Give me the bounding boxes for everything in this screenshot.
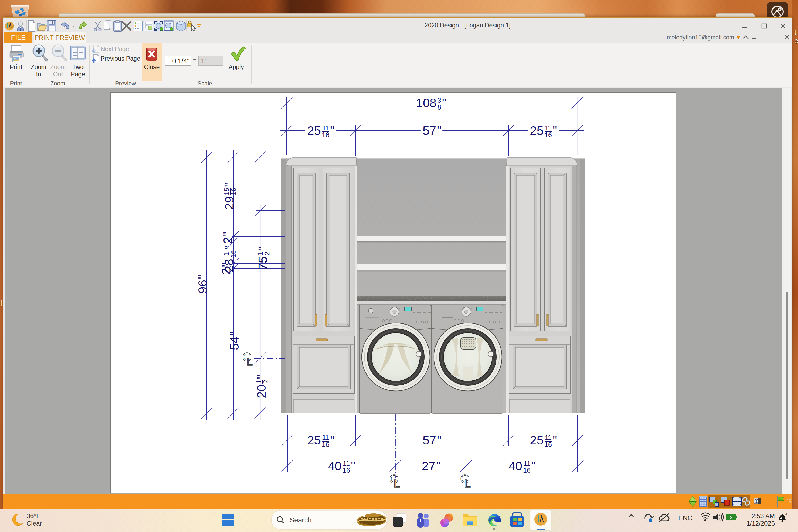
svg-text:": " xyxy=(436,459,440,473)
svg-text:": " xyxy=(351,459,355,473)
svg-text:": " xyxy=(553,124,557,137)
svg-text:2: 2 xyxy=(263,252,271,255)
svg-text:16: 16 xyxy=(230,250,237,258)
svg-text:16: 16 xyxy=(523,467,531,474)
svg-text:16: 16 xyxy=(230,188,237,195)
svg-text:L: L xyxy=(394,477,400,490)
svg-text:11: 11 xyxy=(545,434,552,441)
svg-text:Search: Search xyxy=(290,516,311,524)
svg-text:": " xyxy=(553,433,557,447)
svg-text:11: 11 xyxy=(545,124,552,132)
svg-text:25: 25 xyxy=(530,433,544,447)
svg-text:T: T xyxy=(419,518,422,523)
svg-text:3: 3 xyxy=(438,97,441,104)
svg-text:25: 25 xyxy=(307,433,321,447)
svg-text:16: 16 xyxy=(343,467,350,474)
svg-text:11: 11 xyxy=(343,460,350,467)
svg-text:z: z xyxy=(785,512,787,516)
svg-text:": " xyxy=(222,183,236,187)
svg-text:L: L xyxy=(247,355,253,368)
svg-text:40: 40 xyxy=(328,459,342,473)
svg-text:11: 11 xyxy=(322,124,329,132)
svg-text:z: z xyxy=(780,515,782,519)
svg-text:75: 75 xyxy=(256,256,270,270)
svg-text:": " xyxy=(256,247,270,251)
svg-text:2:53 AM: 2:53 AM xyxy=(752,512,775,519)
svg-text:8: 8 xyxy=(438,103,441,111)
svg-text:25: 25 xyxy=(307,124,321,137)
svg-text:25: 25 xyxy=(530,124,544,137)
svg-text:11: 11 xyxy=(322,434,329,441)
svg-text:": " xyxy=(196,275,210,279)
svg-text:1: 1 xyxy=(255,380,263,384)
svg-text:40: 40 xyxy=(509,459,522,473)
svg-text:29: 29 xyxy=(222,196,236,210)
svg-text:1: 1 xyxy=(256,252,264,255)
svg-text:": " xyxy=(221,232,234,236)
svg-text:": " xyxy=(330,124,334,137)
svg-text:": " xyxy=(227,331,241,336)
svg-text:57: 57 xyxy=(423,433,436,447)
svg-text:": " xyxy=(531,459,536,473)
svg-text:": " xyxy=(442,96,446,110)
svg-text:1: 1 xyxy=(223,252,230,256)
svg-text:16: 16 xyxy=(322,131,329,138)
svg-text:16: 16 xyxy=(545,131,552,138)
svg-text:16: 16 xyxy=(322,441,329,448)
svg-text:": " xyxy=(330,433,334,447)
svg-text:36°F: 36°F xyxy=(26,512,40,519)
svg-text:2: 2 xyxy=(221,237,234,244)
svg-text:108: 108 xyxy=(416,96,437,110)
svg-text:96: 96 xyxy=(196,280,210,293)
svg-text:Clear: Clear xyxy=(26,520,42,527)
svg-text:": " xyxy=(219,263,233,267)
svg-text:": " xyxy=(437,433,441,447)
svg-text:2: 2 xyxy=(219,268,233,275)
svg-text:": " xyxy=(437,124,441,137)
svg-text:1/12/2026: 1/12/2026 xyxy=(746,520,775,527)
svg-text:": " xyxy=(222,245,236,249)
svg-text:11: 11 xyxy=(524,460,530,467)
svg-text:54: 54 xyxy=(227,337,241,350)
svg-text:15: 15 xyxy=(223,188,230,195)
svg-text:L: L xyxy=(464,477,471,490)
svg-text:20: 20 xyxy=(254,385,268,398)
svg-text:": " xyxy=(254,375,268,379)
svg-text:ENG: ENG xyxy=(678,514,693,521)
svg-text:16: 16 xyxy=(545,441,552,448)
svg-text:27: 27 xyxy=(422,459,435,473)
svg-text:57: 57 xyxy=(423,124,436,137)
svg-text:2: 2 xyxy=(262,380,269,384)
